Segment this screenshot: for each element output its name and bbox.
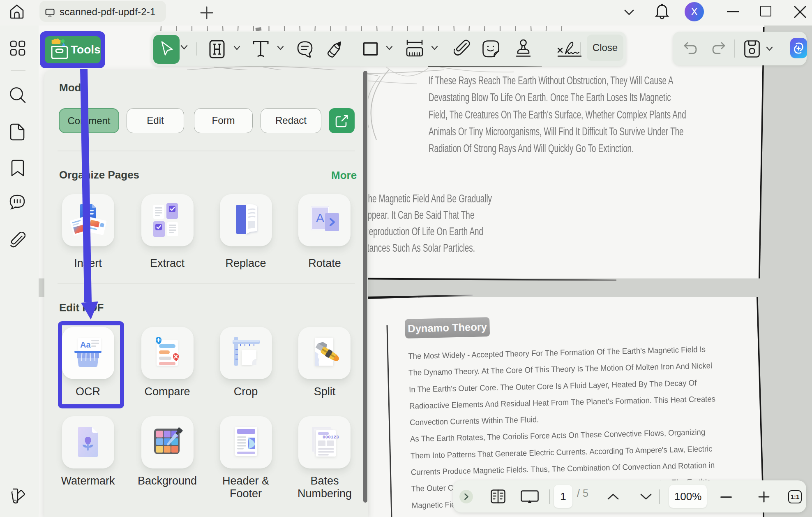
svg-text:A: A [316, 211, 324, 225]
svg-text:000123: 000123 [323, 435, 339, 440]
